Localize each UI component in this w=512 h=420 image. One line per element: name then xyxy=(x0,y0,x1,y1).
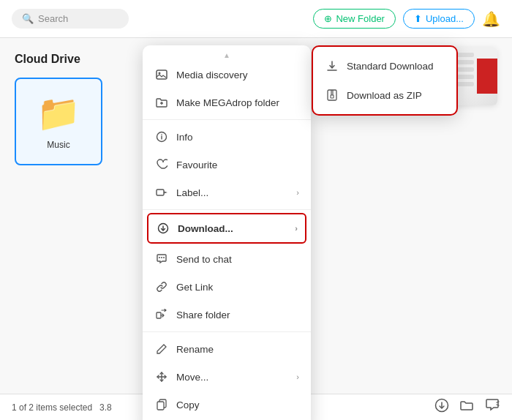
move-label: Move... xyxy=(176,372,208,383)
menu-item-send-to-chat[interactable]: Send to chat xyxy=(143,245,311,273)
get-link-label: Get Link xyxy=(176,282,213,293)
submenu-item-standard-download[interactable]: Standard Download xyxy=(313,51,456,80)
label-icon xyxy=(154,185,169,200)
menu-item-label[interactable]: Label... › xyxy=(143,179,311,206)
menu-item-media-discovery[interactable]: Media discovery xyxy=(143,61,311,89)
favourite-label: Favourite xyxy=(176,160,217,170)
heart-icon xyxy=(154,157,169,172)
download-status-icon[interactable] xyxy=(434,398,449,416)
submenu-download: Standard Download Download as ZIP xyxy=(312,45,458,116)
move-arrow-icon: › xyxy=(296,372,299,381)
menu-item-megadrop[interactable]: Make MEGAdrop folder xyxy=(143,89,311,116)
link-icon xyxy=(154,280,169,294)
svg-point-1 xyxy=(159,72,161,75)
info-icon xyxy=(154,130,169,144)
svg-rect-7 xyxy=(157,190,164,195)
chat-status-icon[interactable] xyxy=(484,398,500,416)
thumbnail-red-bar xyxy=(477,59,497,94)
notification-bell-icon[interactable]: 🔔 xyxy=(482,10,500,28)
folder-icon: 📁 xyxy=(37,93,80,134)
main-layout: Cloud Drive 📁 Music ▲ xyxy=(0,38,512,394)
share-folder-label: Share folder xyxy=(176,310,230,320)
menu-item-move[interactable]: Move... › xyxy=(143,363,311,391)
download-arrow-icon: › xyxy=(295,224,298,233)
svg-point-6 xyxy=(161,134,162,135)
content-area: Cloud Drive 📁 Music ▲ xyxy=(0,38,512,394)
upload-button[interactable]: ⬆ Upload... xyxy=(403,9,475,29)
svg-rect-0 xyxy=(157,70,167,79)
status-actions xyxy=(434,398,500,416)
pencil-icon xyxy=(154,342,169,356)
image-icon xyxy=(154,67,169,82)
divider-2 xyxy=(143,209,311,210)
new-folder-button[interactable]: ⊕ New Folder xyxy=(313,9,395,29)
search-label: Search xyxy=(38,13,68,24)
download-label: Download... xyxy=(178,223,233,234)
copy-label: Copy xyxy=(176,400,200,410)
rename-label: Rename xyxy=(176,344,214,355)
menu-item-rename[interactable]: Rename xyxy=(143,335,311,363)
svg-rect-12 xyxy=(157,402,164,410)
upload-icon: ⬆ xyxy=(414,13,422,24)
folder-status-icon[interactable] xyxy=(459,398,474,416)
search-icon: 🔍 xyxy=(22,13,34,24)
send-to-chat-label: Send to chat xyxy=(176,254,232,265)
folder-name: Music xyxy=(47,140,69,150)
context-menu: ▲ Media discovery xyxy=(143,45,311,420)
chat-icon xyxy=(154,252,169,266)
download-icon xyxy=(156,221,170,236)
search-box[interactable]: 🔍 Search xyxy=(12,9,129,29)
divider-1 xyxy=(143,119,311,120)
copy-icon xyxy=(154,397,169,412)
menu-item-info[interactable]: Info xyxy=(143,123,311,151)
menu-item-copy[interactable]: Copy xyxy=(143,391,311,419)
divider-3 xyxy=(143,331,311,332)
standard-download-label: Standard Download xyxy=(347,61,434,72)
media-discovery-label: Media discovery xyxy=(176,70,248,80)
share-icon xyxy=(154,307,169,322)
plus-circle-icon: ⊕ xyxy=(324,13,332,24)
label-label: Label... xyxy=(176,187,208,198)
zip-icon xyxy=(325,88,339,102)
top-bar-actions: ⊕ New Folder ⬆ Upload... 🔔 xyxy=(313,9,500,29)
standard-download-icon xyxy=(325,59,339,73)
menu-item-share-folder[interactable]: Share folder xyxy=(143,301,311,329)
scroll-up-indicator[interactable]: ▲ xyxy=(143,50,311,61)
top-bar: 🔍 Search ⊕ New Folder ⬆ Upload... 🔔 xyxy=(0,0,512,38)
download-zip-label: Download as ZIP xyxy=(347,90,422,101)
menu-item-download[interactable]: Download... › xyxy=(147,213,306,244)
svg-rect-18 xyxy=(331,95,334,98)
menu-item-get-link[interactable]: Get Link xyxy=(143,273,311,301)
menu-item-favourite[interactable]: Favourite xyxy=(143,151,311,179)
folder-plus-icon xyxy=(154,95,169,110)
folder-item-music[interactable]: 📁 Music xyxy=(15,78,102,165)
label-arrow-icon: › xyxy=(296,188,299,197)
info-label: Info xyxy=(176,132,193,143)
move-icon xyxy=(154,370,169,384)
megadrop-label: Make MEGAdrop folder xyxy=(176,97,279,108)
submenu-item-download-zip[interactable]: Download as ZIP xyxy=(313,80,456,110)
svg-rect-10 xyxy=(157,312,161,318)
